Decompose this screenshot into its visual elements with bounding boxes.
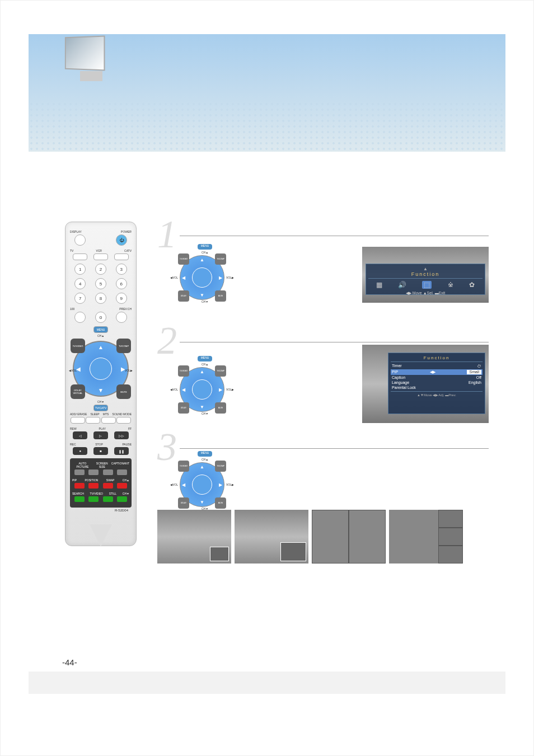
hundred-label: 100 [70, 307, 74, 311]
stop-button[interactable]: ■ [93, 447, 108, 455]
search-label: SEARCH [72, 492, 84, 495]
add-erase-label: ADD/ ERASE [70, 412, 87, 416]
sleep-button[interactable] [86, 417, 100, 424]
chv-label: CH▼ [70, 400, 132, 403]
ant-label: ANT [124, 462, 129, 468]
search-button[interactable] [74, 496, 85, 502]
model-number: R-52D04 [70, 509, 132, 512]
keypad-6[interactable]: 6 [116, 278, 127, 289]
mini-menu-button[interactable]: MENU [198, 244, 212, 250]
position-button[interactable] [88, 483, 99, 489]
osd2-footer: ▲▼Move ◀▶Adj. ▬Prev. [391, 391, 483, 397]
power-label: POWER [121, 230, 132, 233]
tvcatv-button[interactable]: TV/CATV [93, 405, 108, 411]
tvvideo-b-button[interactable] [88, 496, 99, 502]
mts-button[interactable] [101, 417, 116, 424]
add-erase-button[interactable] [71, 417, 85, 424]
pause-button[interactable]: ❚❚ [114, 447, 129, 455]
ff-button[interactable]: ▷▷ [114, 431, 129, 439]
mini-tvcomp-corner[interactable]: TV/COMP [215, 253, 226, 265]
pip-button[interactable] [74, 483, 85, 489]
swap-label: SWAP [106, 478, 115, 482]
volr-label: VOL▶ [125, 369, 133, 372]
keypad-3[interactable]: 3 [116, 264, 127, 275]
mini-dolby-corner[interactable]: DOLBY [178, 290, 189, 302]
tv-illustration [63, 36, 119, 87]
manual-page: DISPLAYPOWER ⏻ TVVCRCATV 123 456 789 100… [0, 0, 534, 756]
keypad-5[interactable]: 5 [95, 278, 106, 289]
pip-double-example [312, 510, 386, 564]
prevch-button[interactable] [116, 312, 127, 323]
prevch-label: PREV.CH [119, 307, 132, 311]
osd1-title: Function [368, 271, 483, 279]
pause-label: PAUSE [122, 443, 132, 446]
nav-ring[interactable]: TV/VIDEO TV/COMP DOLBY VIRTUAL MUTE ▲ ▼ … [73, 341, 129, 397]
tvvideo-b-label: TV/VIDEO [90, 492, 103, 495]
keypad-2[interactable]: 2 [95, 264, 106, 275]
step-2: 2 MENU CH▲ ▲▼◀▶ TV/VIDEOTV/COMPDOLBYMUTE… [157, 325, 489, 415]
keypad-1[interactable]: 1 [74, 264, 86, 275]
chup-box-button[interactable] [117, 483, 127, 489]
osd2-item-parental: Parental Lock [391, 385, 483, 390]
rew-label: REW [70, 427, 77, 430]
display-button[interactable] [74, 234, 86, 246]
still-button[interactable] [103, 496, 113, 502]
catv-label: CATV [124, 249, 132, 252]
step-1: 1 MENU CH▲ ▲▼◀▶ TV/VIDEOTV/COMPDOLBYMUTE… [157, 219, 489, 308]
tvvideo-corner-button[interactable]: TV/VIDEO [71, 339, 85, 353]
menu-button[interactable]: MENU [93, 326, 108, 333]
screen-size-button[interactable] [88, 469, 99, 475]
rew-button[interactable]: ◁ [73, 431, 87, 439]
step-1-nav: MENU CH▲ ▲▼◀▶ TV/VIDEOTV/COMPDOLBYMUTE ◀… [180, 244, 230, 294]
mts-label: MTS [103, 412, 109, 416]
power-button[interactable]: ⏻ [116, 234, 127, 246]
mini-tvvideo-corner[interactable]: TV/VIDEO [178, 253, 189, 265]
vcr-mode-button[interactable] [93, 253, 108, 260]
step-2-osd: Function Timer⏱ PIP◀▶Small CaptionOff La… [362, 345, 489, 401]
voll-label: ◀VOL [69, 369, 77, 372]
catv-mode-button[interactable] [114, 253, 129, 260]
nav-down-arrow[interactable]: ▼ [98, 387, 104, 393]
osd1-icon-setup: ✿ [469, 281, 475, 289]
still-label: STILL [109, 492, 116, 495]
tvcomp-corner-button[interactable]: TV/COMP [116, 339, 131, 353]
vcr-label: VCR [96, 249, 102, 252]
step-1-number: 1 [157, 219, 177, 250]
screen-size-label: SCREEN SIZE [93, 462, 111, 468]
display-label: DISPLAY [70, 230, 82, 233]
caption-button[interactable] [103, 469, 113, 475]
osd1-icon-function-selected: ⬚ [422, 281, 432, 289]
nav-up-arrow[interactable]: ▲ [98, 344, 104, 350]
pip-small-example [157, 510, 231, 564]
nav-center[interactable] [90, 358, 112, 380]
swap-button[interactable] [103, 483, 113, 489]
caption-label: CAPTION [111, 462, 124, 468]
hundred-button[interactable] [74, 312, 86, 323]
rec-label: REC [70, 443, 76, 446]
osd2-title: Function [391, 355, 483, 362]
sleep-label: SLEEP [90, 412, 99, 416]
steps-container: 1 MENU CH▲ ▲▼◀▶ TV/VIDEOTV/COMPDOLBYMUTE… [157, 219, 489, 571]
nav-left-arrow[interactable]: ◀ [76, 366, 81, 372]
pip-label: PIP [72, 478, 77, 482]
osd1-icon-channel: ※ [448, 281, 453, 289]
keypad-0[interactable]: 0 [95, 312, 106, 323]
mini-voll: ◀VOL [170, 276, 178, 279]
tv-mode-button[interactable] [73, 253, 87, 260]
osd2-item-pip-selected: PIP◀▶Small [391, 369, 483, 375]
chdn-box-button[interactable] [117, 496, 127, 502]
keypad-7[interactable]: 7 [74, 293, 86, 304]
keypad-4[interactable]: 4 [74, 278, 86, 289]
ant-button[interactable] [117, 469, 127, 475]
keypad-8[interactable]: 8 [95, 293, 106, 304]
osd2-item-timer: Timer⏱ [391, 363, 483, 369]
mini-mute-corner[interactable]: MUTE [215, 290, 226, 302]
mute-corner-button[interactable]: MUTE [116, 384, 131, 399]
rec-button[interactable]: ● [73, 447, 87, 455]
dolby-corner-button[interactable]: DOLBY VIRTUAL [71, 384, 85, 399]
sound-mode-button[interactable] [116, 417, 131, 424]
play-button[interactable]: ▷ [93, 431, 108, 439]
keypad-9[interactable]: 9 [116, 293, 127, 304]
auto-picture-button[interactable] [74, 469, 85, 475]
pip-multi-example [389, 510, 463, 564]
